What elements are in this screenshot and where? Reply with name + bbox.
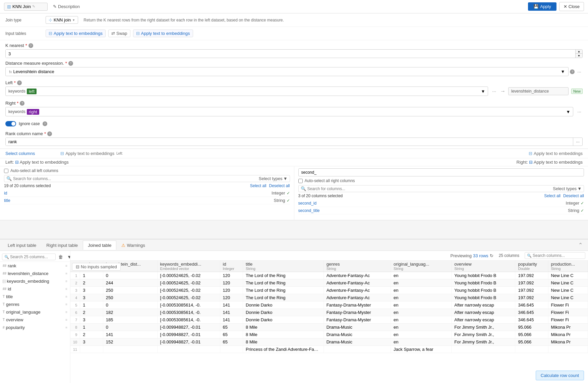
embed-button-left[interactable]: ⊟ Apply text to embeddings <box>46 30 106 37</box>
left-help-icon[interactable]: ? <box>17 80 22 85</box>
ignore-case-toggle[interactable] <box>5 121 16 126</box>
bottom-tabs: Left input table Right input table Joine… <box>0 239 588 251</box>
rank-section: Rank column name * ? ··· <box>0 130 588 149</box>
sidebar-col-item[interactable]: T original_language ≡ <box>0 308 70 316</box>
preview-count[interactable]: 33 rows <box>473 253 488 258</box>
rank-input-wrap: ··· <box>5 138 583 146</box>
tab-joined-table[interactable]: Joined table <box>83 240 116 250</box>
sidebar-col-item[interactable]: T title ≡ <box>0 293 70 300</box>
embed-button-right[interactable]: ⊟ Apply text to embeddings <box>133 30 193 37</box>
sidebar-sort-button[interactable]: ▼ <box>66 254 70 260</box>
sidebar-search-input[interactable] <box>10 255 53 259</box>
sidebar-delete-button[interactable]: 🗑 <box>57 254 64 260</box>
rank-more-button[interactable]: ··· <box>573 138 582 146</box>
table-cell: [-0.009948827, -0.01 <box>157 338 220 346</box>
right-field-more-icon[interactable]: ··· <box>576 109 583 114</box>
distance-select[interactable]: fx Levenshtein distance ▼ <box>5 67 569 76</box>
collapse-button[interactable]: ⌃ <box>576 242 585 248</box>
left-select-types-button[interactable]: Select types ▼ <box>259 176 288 181</box>
right-col-second-title[interactable]: second_title String ✓ <box>298 207 584 214</box>
left-field-input[interactable]: keywords left ▼ <box>5 87 488 96</box>
left-field-arrow-icon: → <box>500 88 506 94</box>
sidebar-col-item[interactable]: T genres ≡ <box>0 300 70 308</box>
join-type-row: Join type ⊹ KNN join ▼ Return the K near… <box>0 13 588 27</box>
second-prefix-input[interactable] <box>298 168 584 176</box>
right-help-icon[interactable]: ? <box>20 101 24 106</box>
select-columns-area: Select columns ⊟ Apply text to embedding… <box>0 149 588 220</box>
ignore-case-help-icon[interactable]: ? <box>43 121 47 126</box>
sidebar-col-name: # popularity <box>3 325 25 330</box>
columns-count: 25 columns <box>496 253 522 259</box>
left-col-title[interactable]: title String ✓ <box>4 197 290 204</box>
sidebar-col-item[interactable]: ## id ≡ <box>0 285 70 293</box>
right-select-all[interactable]: Select all <box>544 194 561 198</box>
k-nearest-input[interactable] <box>6 50 575 58</box>
description-button[interactable]: ✎ Description <box>50 3 82 10</box>
k-nearest-input-wrap: ▲ ▼ <box>5 49 583 58</box>
left-cols-actions: Select all Deselect all <box>250 183 290 188</box>
table-search-input[interactable] <box>533 253 583 258</box>
left-select-all[interactable]: Select all <box>250 183 267 188</box>
col-header-name: title <box>246 262 321 267</box>
sidebar-col-item[interactable]: ## rank ≡ <box>0 262 70 270</box>
table-body: 110[-0.000524625, -0.02120The Lord of th… <box>70 272 588 353</box>
select-columns-header: Select columns ⊟ Apply text to embedding… <box>0 149 588 158</box>
right-auto-select-checkbox[interactable] <box>298 179 303 183</box>
rank-help-icon[interactable]: ? <box>47 131 52 136</box>
left-auto-select-checkbox[interactable] <box>4 169 8 173</box>
join-type-select[interactable]: ⊹ KNN join ▼ <box>46 16 78 24</box>
distance-help-icon[interactable]: ? <box>68 61 73 66</box>
col-header-type: Integer <box>223 267 240 271</box>
left-field-more-icon[interactable]: ··· <box>491 89 497 94</box>
top-bar: ⊞ KNN Join ✎ ✎ Description 💾 Apply ✕ Clo… <box>0 0 588 13</box>
sidebar-col-item[interactable]: T overview ≡ <box>0 316 70 324</box>
table-cell: Drama-Music <box>324 324 391 331</box>
node-title-input[interactable]: ⊞ KNN Join ✎ <box>4 3 48 11</box>
table-search-icon: 🔍 <box>527 254 532 258</box>
refresh-icon[interactable]: ↻ <box>490 253 493 258</box>
table-cell: 197.092 <box>515 279 548 287</box>
k-nearest-down[interactable]: ▼ <box>576 54 582 58</box>
table-row: 43250[-0.000524625, -0.02120The Lord of … <box>70 294 588 302</box>
right-select-types-button[interactable]: Select types ▼ <box>553 186 582 191</box>
ignore-case-label: Ignore case <box>19 121 40 126</box>
sidebar-col-item[interactable]: # popularity ≡ <box>0 324 70 331</box>
right-field-chevron-icon: ▼ <box>566 109 570 114</box>
right-search-input[interactable] <box>307 186 553 191</box>
table-header-col: title String <box>243 261 324 272</box>
right-col-second-id-check-icon: ✓ <box>581 201 584 206</box>
sidebar-col-item[interactable]: ## levenshtein_distance ≡ <box>0 270 70 277</box>
distance-help2-icon[interactable]: ? <box>570 69 575 74</box>
calculate-row-count-button[interactable]: Calculate row count <box>536 371 584 380</box>
table-cell: 3 <box>80 287 103 294</box>
tab-warnings[interactable]: ⚠ Warnings <box>116 240 150 250</box>
table-cell: The Lord of the Ring <box>243 279 324 287</box>
tab-right-input[interactable]: Right input table <box>41 240 83 250</box>
apply-button[interactable]: 💾 Apply <box>528 2 556 11</box>
select-columns-title[interactable]: Select columns <box>5 151 35 156</box>
table-cell: [-0.00053085614, -0. <box>157 309 220 316</box>
swap-button[interactable]: ⇄ Swap <box>108 30 130 37</box>
table-cell <box>157 346 220 353</box>
left-col-id[interactable]: id Integer ✓ <box>4 189 290 197</box>
distance-value: Levenshtein distance <box>13 69 54 74</box>
k-nearest-up[interactable]: ▲ <box>576 50 582 54</box>
embed-icon-left: ⊟ <box>49 31 52 36</box>
right-col-second-id[interactable]: second_id Integer ✓ <box>298 200 584 207</box>
table-cell: 250 <box>103 294 157 302</box>
sidebar-col-item[interactable]: [·] keywords_embedding ≡ <box>0 277 70 285</box>
title-edit-icon[interactable]: ✎ <box>32 4 35 9</box>
right-deselect-all[interactable]: Deselect all <box>563 194 584 198</box>
left-search-input[interactable] <box>13 176 259 181</box>
distance-more-icon[interactable]: ··· <box>576 69 583 74</box>
k-nearest-help-icon[interactable]: ? <box>28 43 33 48</box>
table-header-col: genres String <box>324 261 391 272</box>
table-cell: Young hobbit Frodo B <box>452 294 515 302</box>
tab-left-input[interactable]: Left input table <box>3 240 41 250</box>
left-deselect-all[interactable]: Deselect all <box>269 183 290 188</box>
close-button[interactable]: ✕ Close <box>559 2 584 11</box>
table-toolbar: ⊟ No inputs sampled Previewing 33 rows ↻… <box>70 251 588 261</box>
row-number: 3 <box>70 287 80 294</box>
rank-input[interactable] <box>6 138 573 146</box>
right-field-input[interactable]: keywords right ▼ <box>5 107 573 116</box>
